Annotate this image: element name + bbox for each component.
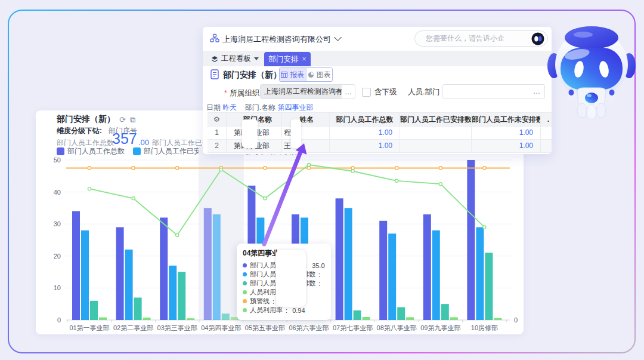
date-value-link[interactable]: 昨天 xyxy=(222,103,237,112)
company-selector[interactable]: 上海润居工程检测咨询有限公司 xyxy=(222,34,331,45)
utilization-marker xyxy=(264,197,267,200)
include-sub-label: 含下级 xyxy=(374,87,397,97)
utilization-marker xyxy=(439,183,442,186)
bar-部门人员工作未安排数 xyxy=(134,297,142,320)
bar-部门人员工作总数 xyxy=(379,221,387,320)
bar-部门人员工作未安排数 xyxy=(354,310,361,320)
utilization-marker xyxy=(219,168,222,171)
person-dept-more-button[interactable]: … xyxy=(530,87,543,96)
y-axis-tick: 50 xyxy=(54,156,61,164)
table-row[interactable]: 1 第四事业部 程 1.00 1.00 xyxy=(208,127,552,140)
person-dept-input[interactable]: … xyxy=(442,84,545,99)
report-table: ⚙ 部门名称 姓名 部门人员工作总数 部门人员工作已安排数 部门人员工作未安排数… xyxy=(208,112,552,153)
bar-人员利用率 xyxy=(494,318,501,320)
include-sub-checkbox[interactable] xyxy=(362,88,371,97)
x-axis-label: 01第一事业部 xyxy=(69,324,109,331)
close-tab-icon[interactable]: × xyxy=(302,55,306,63)
x-axis-label: 02第二事业部 xyxy=(113,324,153,331)
series-dot xyxy=(243,272,247,276)
dept-filter-value-link[interactable]: 第四事业部 xyxy=(277,103,313,112)
bar-部门人员工作已安排数 xyxy=(432,230,440,320)
utilization-marker xyxy=(351,170,354,173)
table-row[interactable]: 2 第四事业部 王 1.00 1.00 xyxy=(208,140,552,153)
bar-部门人员工作总数 xyxy=(467,160,475,320)
col-arranged[interactable]: 部门人员工作已安排数 xyxy=(400,113,472,126)
bar-部门人员工作总数 xyxy=(116,227,124,320)
document-icon xyxy=(210,69,219,79)
robot-leg xyxy=(577,103,587,118)
robot-mascot[interactable] xyxy=(546,16,637,118)
bar-部门人员工作已安排数 xyxy=(345,208,352,320)
assistant-bot-icon[interactable] xyxy=(531,32,544,45)
warning-marker xyxy=(439,167,442,170)
assistant-search[interactable] xyxy=(414,30,548,47)
x-axis-label: 04第四事业部 xyxy=(201,324,241,331)
report-panel: 上海润居工程检测咨询有限公司 工程看板 部门 xyxy=(203,27,552,154)
app-window: 部门安排（新） ⟳ ⧉ 维度分级下钻: 部门序号 部门人员工作总数 357 .0… xyxy=(0,0,644,360)
bar-人员利用率 xyxy=(143,318,151,320)
col-total[interactable]: 部门人员工作总数 xyxy=(330,113,400,126)
bar-部门人员工作未安排数 xyxy=(222,313,230,320)
utilization-marker xyxy=(176,233,179,236)
bar-部门人员工作未安排数 xyxy=(397,307,405,320)
bar-部门人员工作已安排数 xyxy=(213,214,221,320)
bar-人员利用率 xyxy=(450,317,458,320)
bar-人员利用率 xyxy=(187,318,194,320)
org-more-button[interactable]: … xyxy=(342,85,355,99)
warning-marker xyxy=(264,167,267,170)
bar-部门人员工作总数 xyxy=(160,217,168,320)
search-input[interactable] xyxy=(425,33,522,43)
warning-marker xyxy=(132,167,135,170)
col-person-name[interactable]: 姓名 xyxy=(282,113,330,126)
robot-leg xyxy=(587,104,596,118)
bar-部门人员工作已安排数 xyxy=(476,227,484,320)
robot-leg xyxy=(596,103,606,118)
utilization-marker xyxy=(88,187,91,190)
org-value: 上海润居工程检测咨询有限公司 xyxy=(261,85,342,99)
col-unarranged[interactable]: 部门人员工作未安排数 xyxy=(472,113,541,126)
chevron-down-icon[interactable] xyxy=(334,33,342,41)
required-mark: * xyxy=(224,89,227,97)
x-axis-label: 09第九事业部 xyxy=(420,324,460,331)
view-title: 部门安排（新） xyxy=(223,70,281,81)
bar-部门人员工作已安排数 xyxy=(125,250,133,320)
toggle-report[interactable]: 报表 xyxy=(280,68,306,81)
bar-部门人员工作已安排数 xyxy=(388,233,396,320)
x-axis-label: 05第五事业部 xyxy=(245,324,285,331)
table-header-row: ⚙ 部门名称 姓名 部门人员工作总数 部门人员工作已安排数 部门人员工作未安排数… xyxy=(208,112,552,127)
bar-部门人员工作未安排数 xyxy=(90,301,98,320)
tab-strip: 工程看板 部门安排 × xyxy=(203,51,552,66)
view-mode-toggle: 报表 图表 xyxy=(279,67,333,82)
toggle-chart[interactable]: 图表 xyxy=(306,68,333,81)
org-label: 所属组织 xyxy=(230,89,259,97)
bar-人员利用率 xyxy=(99,318,107,320)
bar-部门人员工作总数 xyxy=(72,211,80,320)
column-settings-gear-icon[interactable]: ⚙ xyxy=(208,113,227,126)
warning-marker xyxy=(88,167,91,170)
bar-人员利用率 xyxy=(363,317,370,320)
bar-部门人员工作总数 xyxy=(336,198,343,320)
y-axis-tick: 10 xyxy=(54,284,61,291)
bar-部门人员工作总数 xyxy=(423,214,431,320)
robot-cap xyxy=(565,26,618,49)
utilization-marker xyxy=(307,163,310,166)
bar-部门人员工作已安排数 xyxy=(169,266,177,320)
table-icon xyxy=(281,72,287,78)
robot-gem xyxy=(585,93,598,103)
warning-marker xyxy=(351,167,354,170)
org-select[interactable]: 上海润居工程检测咨询有限公司 … xyxy=(260,84,355,99)
tab-department-schedule[interactable]: 部门安排 × xyxy=(264,52,311,66)
redaction-box xyxy=(291,119,301,148)
tab-dashboard[interactable]: 工程看板 xyxy=(211,54,259,64)
x-axis-label: 10房修部 xyxy=(471,324,498,331)
warning-marker xyxy=(176,167,179,170)
utilization-marker xyxy=(395,179,398,182)
bar-部门人员工作总数 xyxy=(204,208,212,320)
view-title-row: 部门安排（新） 报表 图表 xyxy=(203,66,552,83)
series-dot xyxy=(243,263,247,267)
date-label: 日期 xyxy=(206,103,221,112)
x-axis-label: 06第六事业部 xyxy=(289,324,329,331)
caret-down-icon xyxy=(254,57,259,60)
series-dot xyxy=(243,299,247,303)
warning-marker xyxy=(395,167,398,170)
